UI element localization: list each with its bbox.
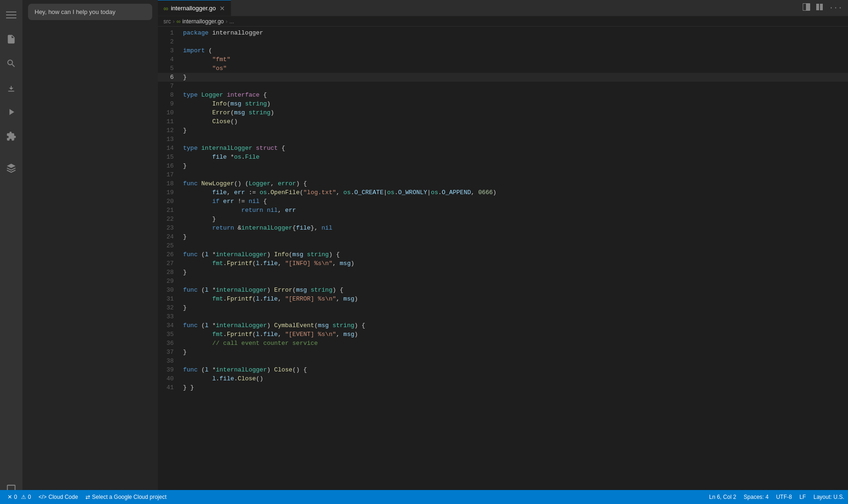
code-line[interactable]: 9 Info(msg string) [158,99,848,108]
breadcrumb-more[interactable]: ... [229,18,234,25]
line-content: } [181,126,848,135]
line-content: import ( [181,46,848,55]
tab-internallogger[interactable]: ∞ internallogger.go ✕ [158,0,231,16]
code-line[interactable]: 29 [158,277,848,286]
line-number: 38 [158,357,181,365]
line-number: 13 [158,135,181,144]
code-line[interactable]: 10 Error(msg string) [158,108,848,117]
activity-bar-menu[interactable] [0,4,22,26]
code-line[interactable]: 3import ( [158,46,848,55]
activity-bar-run[interactable] [0,101,22,123]
status-spaces[interactable]: Spaces: 4 [740,490,772,504]
code-line[interactable]: 22 } [158,215,848,224]
code-editor[interactable]: 1package internallogger23import (4 "fmt"… [158,27,848,490]
code-line[interactable]: 16} [158,161,848,170]
line-content: func (l *internalLogger) Close() { [181,365,848,374]
breadcrumb-sep1: › [173,18,175,25]
code-line[interactable]: 26func (l *internalLogger) Info(msg stri… [158,250,848,259]
editor-layout-button[interactable] [814,1,825,15]
line-number: 9 [158,99,181,108]
activity-bar-cloud-code[interactable] [0,157,22,179]
code-line[interactable]: 7 [158,82,848,91]
activity-bar-search[interactable] [0,52,22,75]
line-number: 30 [158,286,181,294]
line-content: if err != nil { [181,197,848,206]
activity-bar-explorer[interactable] [0,28,22,50]
code-line[interactable]: 18func NewLogger() (Logger, error) { [158,179,848,188]
code-line[interactable]: 25 [158,241,848,250]
activity-bar-source-control[interactable] [0,77,22,99]
code-line[interactable]: 32} [158,303,848,312]
code-line[interactable]: 39func (l *internalLogger) Close() { [158,365,848,374]
eol-label: LF [799,494,806,500]
project-arrows-icon: ⇄ [85,494,90,500]
activity-bar [0,0,22,504]
code-line[interactable]: 4 "fmt" [158,55,848,64]
code-line[interactable]: 34func (l *internalLogger) CymbalEvent(m… [158,321,848,330]
code-line[interactable]: 8type Logger interface { [158,91,848,99]
breadcrumb-sep2: › [226,18,227,25]
code-line[interactable]: 30func (l *internalLogger) Error(msg str… [158,286,848,294]
code-line[interactable]: 41} } [158,383,848,392]
status-position[interactable]: Ln 6, Col 2 [706,490,740,504]
status-error-warning[interactable]: ✕ 0 ⚠ 0 [4,490,35,504]
split-editor-button[interactable] [801,1,812,15]
warning-count: 0 [28,494,31,500]
line-content: return nil, err [181,206,848,215]
code-line[interactable]: 36 // call event counter service [158,339,848,348]
more-actions-button[interactable]: ··· [827,2,844,14]
line-number: 35 [158,330,181,339]
line-number: 23 [158,224,181,232]
code-line[interactable]: 37} [158,348,848,357]
line-number: 41 [158,383,181,392]
line-number: 19 [158,188,181,197]
cloud-code-label: Cloud Code [49,494,78,500]
code-line[interactable]: 33 [158,312,848,321]
code-line[interactable]: 14type internalLogger struct { [158,144,848,153]
code-line[interactable]: 40 l.file.Close() [158,374,848,383]
code-line[interactable]: 17 [158,170,848,179]
warning-icon: ⚠ [21,494,26,500]
breadcrumb-filename[interactable]: internallogger.go [183,18,224,25]
line-number: 33 [158,312,181,321]
status-bar: ✕ 0 ⚠ 0 </> Cloud Code ⇄ Select a Google… [0,490,848,504]
language-label: Layout: U.S. [813,494,844,500]
status-encoding[interactable]: UTF-8 [772,490,796,504]
code-line[interactable]: 35 fmt.Fprintf(l.file, "[EVENT] %s\n", m… [158,330,848,339]
code-line[interactable]: 6} [158,73,848,82]
tab-filename: internallogger.go [171,5,216,12]
status-bar-left: ✕ 0 ⚠ 0 </> Cloud Code ⇄ Select a Google… [0,490,170,504]
code-line[interactable]: 20 if err != nil { [158,197,848,206]
activity-bar-extensions[interactable] [0,125,22,147]
line-content: func (l *internalLogger) CymbalEvent(msg… [181,321,848,330]
code-line[interactable]: 31 fmt.Fprintf(l.file, "[ERROR] %s\n", m… [158,294,848,303]
code-line[interactable]: 24} [158,232,848,241]
code-line[interactable]: 21 return nil, err [158,206,848,215]
code-line[interactable]: 1package internallogger [158,28,848,37]
line-content: Info(msg string) [181,99,848,108]
line-content: } [181,348,848,357]
code-line[interactable]: 5 "os" [158,64,848,73]
line-number: 4 [158,55,181,64]
code-line[interactable]: 38 [158,357,848,365]
status-eol[interactable]: LF [796,490,810,504]
status-language[interactable]: Layout: U.S. [810,490,848,504]
code-line[interactable]: 23 return &internalLogger{file}, nil [158,224,848,232]
status-project[interactable]: ⇄ Select a Google Cloud project [82,490,170,504]
code-line[interactable]: 11 Close() [158,117,848,126]
code-line[interactable]: 12} [158,126,848,135]
line-number: 40 [158,374,181,383]
code-line[interactable]: 27 fmt.Fprintf(l.file, "[INFO] %s\n", ms… [158,259,848,268]
code-line[interactable]: 28} [158,268,848,277]
code-line[interactable]: 19 file, err := os.OpenFile("log.txt", o… [158,188,848,197]
line-content: func (l *internalLogger) Error(msg strin… [181,286,848,294]
line-content: type Logger interface { [181,91,848,99]
code-line[interactable]: 15 file *os.File [158,153,848,161]
line-content: file *os.File [181,153,848,161]
chat-bubble: Hey, how can I help you today [28,4,152,20]
code-line[interactable]: 13 [158,135,848,144]
tab-close-button[interactable]: ✕ [219,5,225,12]
code-line[interactable]: 2 [158,37,848,46]
status-cloud-code[interactable]: </> Cloud Code [35,490,82,504]
breadcrumb-src[interactable]: src [163,18,171,25]
